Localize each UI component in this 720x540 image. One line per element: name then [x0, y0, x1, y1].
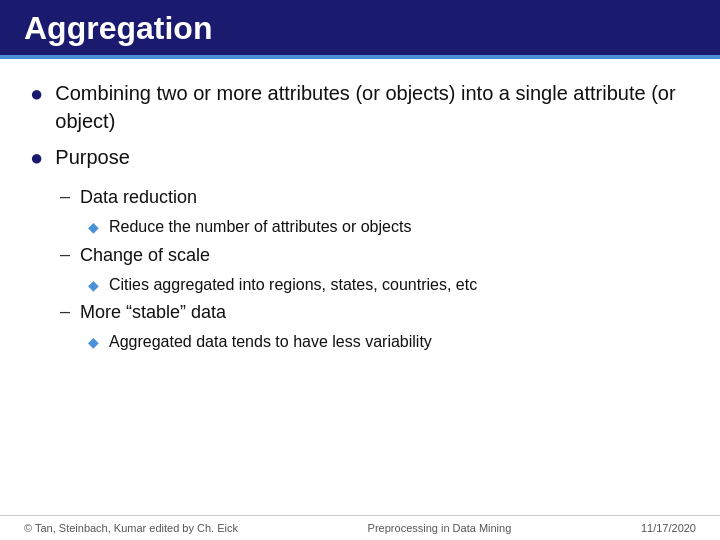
sub-sub-2: ◆ Cities aggregated into regions, states… [88, 274, 690, 296]
bullet-2: ● Purpose [30, 143, 690, 171]
dash-3-text: More “stable” data [80, 300, 226, 325]
bullet-2-icon: ● [30, 145, 43, 171]
diamond-item-2: ◆ Cities aggregated into regions, states… [88, 274, 690, 296]
dash-1-icon: – [60, 186, 70, 207]
bullet-1-icon: ● [30, 81, 43, 107]
dash-item-3: – More “stable” data [60, 300, 690, 325]
bullet-1-text: Combining two or more attributes (or obj… [55, 79, 690, 135]
footer-right: 11/17/2020 [641, 522, 696, 534]
sub-sub-3: ◆ Aggregated data tends to have less var… [88, 331, 690, 353]
bullet-2-text: Purpose [55, 143, 130, 171]
dash-2-text: Change of scale [80, 243, 210, 268]
slide-content: ● Combining two or more attributes (or o… [0, 59, 720, 515]
diamond-1-text: Reduce the number of attributes or objec… [109, 216, 411, 238]
sub-sub-1: ◆ Reduce the number of attributes or obj… [88, 216, 690, 238]
slide: Aggregation ● Combining two or more attr… [0, 0, 720, 540]
bullet-1: ● Combining two or more attributes (or o… [30, 79, 690, 135]
dash-2-icon: – [60, 244, 70, 265]
footer: © Tan, Steinbach, Kumar edited by Ch. Ei… [0, 515, 720, 540]
dash-3-icon: – [60, 301, 70, 322]
title-bar: Aggregation [0, 0, 720, 55]
diamond-item-3: ◆ Aggregated data tends to have less var… [88, 331, 690, 353]
sub-section: – Data reduction ◆ Reduce the number of … [60, 185, 690, 358]
diamond-3-text: Aggregated data tends to have less varia… [109, 331, 432, 353]
dash-1-text: Data reduction [80, 185, 197, 210]
diamond-3-icon: ◆ [88, 334, 99, 350]
footer-center: Preprocessing in Data Mining [368, 522, 512, 534]
dash-item-2: – Change of scale [60, 243, 690, 268]
diamond-2-icon: ◆ [88, 277, 99, 293]
diamond-item-1: ◆ Reduce the number of attributes or obj… [88, 216, 690, 238]
diamond-2-text: Cities aggregated into regions, states, … [109, 274, 477, 296]
footer-left: © Tan, Steinbach, Kumar edited by Ch. Ei… [24, 522, 238, 534]
diamond-1-icon: ◆ [88, 219, 99, 235]
slide-title: Aggregation [24, 10, 696, 47]
dash-item-1: – Data reduction [60, 185, 690, 210]
